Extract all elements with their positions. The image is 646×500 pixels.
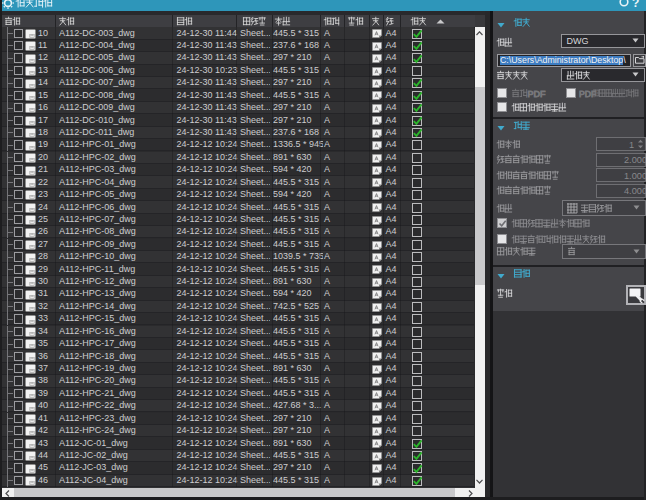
svg-text:PDF: PDF [579, 88, 596, 98]
svg-text:PDF: PDF [527, 89, 546, 99]
